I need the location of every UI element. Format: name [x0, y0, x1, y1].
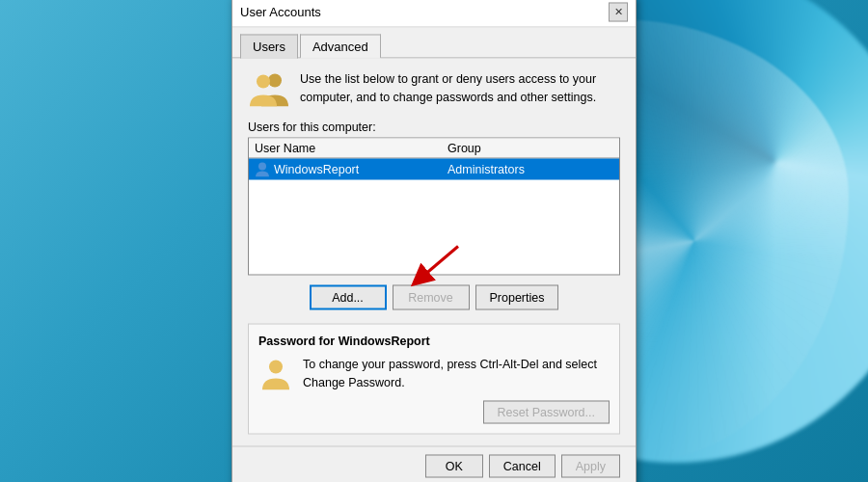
cell-group: Administrators: [448, 163, 613, 176]
action-area: Add... Remove Properties: [248, 285, 620, 310]
user-row-icon: [255, 162, 270, 177]
title-bar: User Accounts ✕: [232, 0, 636, 28]
bottom-buttons: OK Cancel Apply: [232, 446, 636, 483]
apply-button[interactable]: Apply: [561, 455, 620, 478]
tab-advanced[interactable]: Advanced: [300, 35, 381, 59]
password-section: Password for WindowsReport To change you…: [248, 324, 620, 435]
close-button[interactable]: ✕: [609, 2, 628, 21]
users-icon: [248, 70, 288, 107]
password-bottom: Reset Password...: [258, 401, 610, 424]
table-row[interactable]: WindowsReport Administrators: [249, 159, 619, 180]
add-button[interactable]: Add...: [310, 285, 387, 310]
user-accounts-dialog: User Accounts ✕ Users Advanced: [231, 0, 637, 482]
dialog-wrapper: User Accounts ✕ Users Advanced: [231, 0, 637, 482]
password-icon: [258, 356, 293, 393]
svg-line-4: [420, 247, 458, 280]
cell-username: WindowsReport: [255, 162, 448, 177]
tab-users[interactable]: Users: [240, 35, 298, 59]
title-bar-controls: ✕: [609, 2, 628, 21]
password-content: To change your password, press Ctrl-Alt-…: [303, 356, 610, 392]
properties-button[interactable]: Properties: [475, 285, 559, 310]
ok-button[interactable]: OK: [425, 455, 483, 478]
col-username: User Name: [255, 142, 448, 155]
info-row: Use the list below to grant or deny user…: [248, 70, 620, 107]
password-text: To change your password, press Ctrl-Alt-…: [303, 356, 610, 392]
svg-point-1: [257, 75, 270, 89]
svg-point-5: [269, 361, 283, 374]
svg-point-0: [268, 74, 282, 88]
cancel-button[interactable]: Cancel: [489, 455, 556, 478]
table-header: User Name Group: [249, 139, 619, 159]
dialog-title: User Accounts: [240, 5, 321, 19]
svg-point-2: [258, 163, 266, 171]
section-label: Users for this computer:: [248, 120, 620, 134]
tab-bar: Users Advanced: [232, 28, 636, 59]
reset-password-button[interactable]: Reset Password...: [483, 401, 610, 424]
dialog-content: Use the list below to grant or deny user…: [232, 59, 636, 446]
password-title: Password for WindowsReport: [258, 335, 610, 348]
col-group: Group: [448, 142, 613, 155]
password-row: To change your password, press Ctrl-Alt-…: [258, 356, 610, 393]
red-arrow: [391, 243, 468, 289]
info-text: Use the list below to grant or deny user…: [300, 70, 620, 107]
